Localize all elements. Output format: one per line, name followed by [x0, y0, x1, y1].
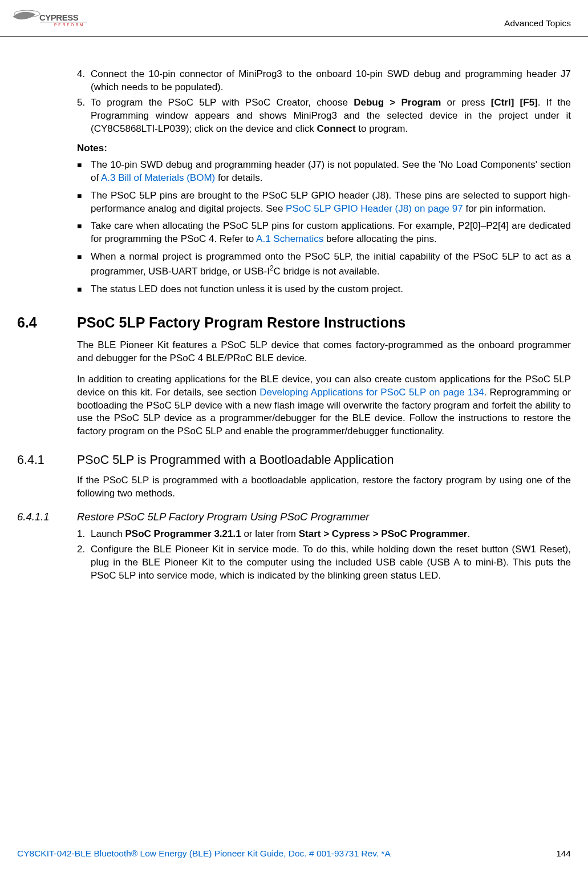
cross-ref-link[interactable]: PSoC 5LP GPIO Header (J8) on page 97 [286, 203, 463, 214]
bold-text: Start > Cypress > PSoC Programmer [299, 528, 468, 539]
list-text: Launch PSoC Programmer 3.21.1 or later f… [91, 528, 571, 541]
list-number: 2. [77, 543, 91, 583]
page-header: CYPRESS PERFORM Advanced Topics [0, 0, 588, 37]
list-text: Configure the BLE Pioneer Kit in service… [91, 543, 571, 583]
bold-text: Connect [317, 123, 356, 134]
text-fragment: for pin information. [463, 203, 546, 214]
list-text: The PSoC 5LP pins are brought to the PSo… [91, 189, 571, 216]
list-number: 5. [77, 96, 91, 136]
text-fragment: or press [441, 97, 490, 108]
bullet-icon: ■ [77, 159, 91, 185]
bullet-icon: ■ [77, 283, 91, 296]
page-number: 144 [556, 848, 571, 859]
numbered-list: 1. Launch PSoC Programmer 3.21.1 or late… [77, 528, 571, 583]
paragraph: If the PSoC 5LP is programmed with a boo… [77, 474, 571, 500]
list-item: 2. Configure the BLE Pioneer Kit in serv… [77, 543, 571, 583]
numbered-list: 4. Connect the 10-pin connector of MiniP… [77, 68, 571, 136]
subsubsection-heading: 6.4.1.1 Restore PSoC 5LP Factory Program… [17, 511, 571, 523]
list-item: ■ Take care when allocating the PSoC 5LP… [77, 220, 571, 246]
cypress-logo: CYPRESS PERFORM [11, 6, 88, 33]
bullet-icon: ■ [77, 189, 91, 216]
section-heading: 6.4 PSoC 5LP Factory Program Restore Ins… [17, 314, 571, 331]
cross-ref-link[interactable]: A.3 Bill of Materials (BOM) [101, 172, 215, 183]
list-item: ■ The PSoC 5LP pins are brought to the P… [77, 189, 571, 216]
list-text: The 10-pin SWD debug and programming hea… [91, 159, 571, 185]
list-item: 5. To program the PSoC 5LP with PSoC Cre… [77, 96, 571, 136]
bullet-icon: ■ [77, 250, 91, 278]
subsection-number: 6.4.1 [17, 453, 77, 467]
paragraph: In addition to creating applications for… [77, 373, 571, 439]
list-text: When a normal project is programmed onto… [91, 250, 571, 278]
list-text: Take care when allocating the PSoC 5LP p… [91, 220, 571, 246]
subsection-heading: 6.4.1 PSoC 5LP is Programmed with a Boot… [17, 453, 571, 467]
list-number: 1. [77, 528, 91, 541]
list-text: The status LED does not function unless … [91, 283, 571, 296]
paragraph: The BLE Pioneer Kit features a PSoC 5LP … [77, 339, 571, 365]
bold-text: PSoC Programmer 3.21.1 [125, 528, 241, 539]
list-item: ■ When a normal project is programmed on… [77, 250, 571, 278]
page-content: 4. Connect the 10-pin connector of MiniP… [0, 68, 588, 583]
subsection-title: PSoC 5LP is Programmed with a Bootloadab… [77, 453, 394, 467]
text-fragment: C bridge is not available. [274, 266, 380, 277]
list-item: 4. Connect the 10-pin connector of MiniP… [77, 68, 571, 94]
cross-ref-link[interactable]: Developing Applications for PSoC 5LP on … [259, 387, 484, 398]
footer-doc-id: CY8CKIT-042-BLE Bluetooth® Low Energy (B… [17, 848, 391, 859]
text-fragment: or later from [241, 528, 299, 539]
text-fragment: to program. [356, 123, 408, 134]
bold-text: [Ctrl] [F5] [491, 97, 538, 108]
section-number: 6.4 [17, 314, 77, 331]
bullet-list: ■ The 10-pin SWD debug and programming h… [77, 159, 571, 296]
list-text: Connect the 10-pin connector of MiniProg… [91, 68, 571, 94]
page-footer: CY8CKIT-042-BLE Bluetooth® Low Energy (B… [17, 848, 571, 859]
logo-icon: CYPRESS PERFORM [11, 6, 88, 33]
text-fragment: for details. [215, 172, 262, 183]
text-fragment: Launch [91, 528, 125, 539]
text-fragment: before allocating the pins. [323, 233, 436, 244]
subsubsection-number: 6.4.1.1 [17, 511, 77, 523]
chapter-title: Advanced Topics [504, 18, 571, 29]
bullet-icon: ■ [77, 220, 91, 246]
list-item: 1. Launch PSoC Programmer 3.21.1 or late… [77, 528, 571, 541]
svg-text:CYPRESS: CYPRESS [39, 13, 79, 22]
text-fragment: . [467, 528, 470, 539]
text-fragment: To program the PSoC 5LP with PSoC Creato… [91, 97, 354, 108]
svg-text:PERFORM: PERFORM [54, 23, 85, 27]
list-item: ■ The 10-pin SWD debug and programming h… [77, 159, 571, 185]
bold-text: Debug > Program [354, 97, 441, 108]
subsubsection-title: Restore PSoC 5LP Factory Program Using P… [77, 511, 369, 523]
section-title: PSoC 5LP Factory Program Restore Instruc… [77, 314, 405, 331]
superscript: 2 [270, 264, 274, 272]
notes-heading: Notes: [77, 143, 571, 154]
cross-ref-link[interactable]: A.1 Schematics [256, 233, 323, 244]
list-item: ■ The status LED does not function unles… [77, 283, 571, 296]
list-text: To program the PSoC 5LP with PSoC Creato… [91, 96, 571, 136]
list-number: 4. [77, 68, 91, 94]
